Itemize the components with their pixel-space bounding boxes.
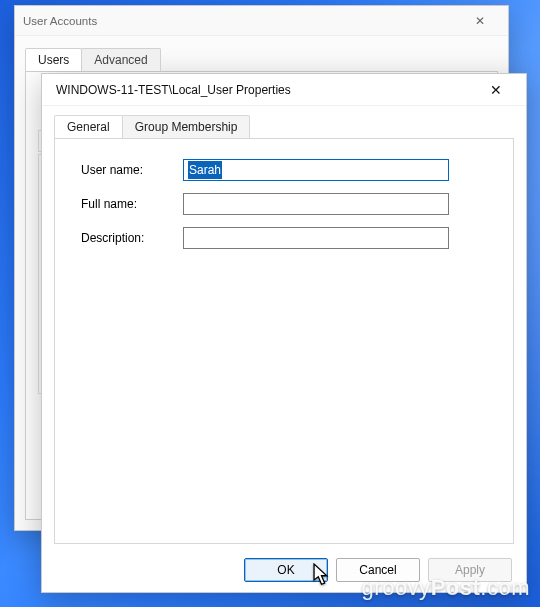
full-name-field[interactable] bbox=[183, 193, 449, 215]
watermark-tld: .com bbox=[480, 575, 530, 600]
user-accounts-titlebar[interactable]: User Accounts ✕ bbox=[15, 6, 508, 36]
tab-group-membership[interactable]: Group Membership bbox=[122, 115, 251, 138]
label-description: Description: bbox=[81, 231, 183, 245]
watermark-prefix: groovy bbox=[362, 575, 431, 600]
properties-tabs: General Group Membership bbox=[54, 112, 514, 138]
properties-titlebar[interactable]: WINDOWS-11-TEST\Local_User Properties ✕ bbox=[42, 74, 526, 106]
user-accounts-title: User Accounts bbox=[23, 15, 460, 27]
description-field[interactable] bbox=[183, 227, 449, 249]
properties-title: WINDOWS-11-TEST\Local_User Properties bbox=[56, 83, 474, 97]
row-user-name: User name: Sarah bbox=[81, 159, 497, 181]
label-user-name: User name: bbox=[81, 163, 183, 177]
user-accounts-tabs: Users Advanced bbox=[25, 46, 498, 71]
properties-close-button[interactable]: ✕ bbox=[474, 76, 518, 104]
watermark-suffix: Post bbox=[431, 575, 481, 600]
close-icon: ✕ bbox=[490, 82, 502, 98]
row-description: Description: bbox=[81, 227, 497, 249]
properties-body: General Group Membership User name: Sara… bbox=[42, 106, 526, 548]
properties-panel: User name: Sarah Full name: Description: bbox=[54, 138, 514, 544]
user-accounts-close-button[interactable]: ✕ bbox=[460, 9, 500, 33]
watermark: groovyPost.com bbox=[362, 575, 530, 601]
row-full-name: Full name: bbox=[81, 193, 497, 215]
properties-window: WINDOWS-11-TEST\Local_User Properties ✕ … bbox=[41, 73, 527, 593]
close-icon: ✕ bbox=[475, 14, 485, 28]
user-name-field[interactable]: Sarah bbox=[183, 159, 449, 181]
user-name-value-selected: Sarah bbox=[188, 161, 222, 179]
label-full-name: Full name: bbox=[81, 197, 183, 211]
tab-general[interactable]: General bbox=[54, 115, 123, 138]
tab-users[interactable]: Users bbox=[25, 48, 82, 71]
tab-advanced[interactable]: Advanced bbox=[81, 48, 160, 71]
ok-button[interactable]: OK bbox=[244, 558, 328, 582]
